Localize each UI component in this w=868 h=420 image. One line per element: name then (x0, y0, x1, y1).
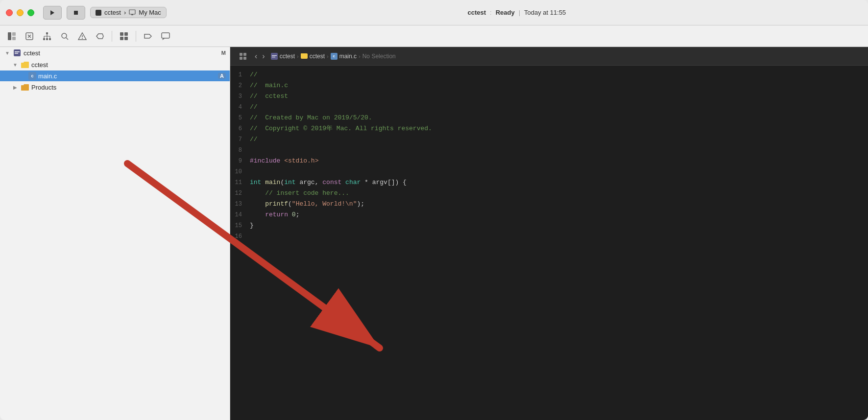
minimize-button[interactable] (17, 9, 24, 16)
line-number: 6 (230, 123, 250, 134)
code-line-14: 14 return 0; (230, 210, 868, 220)
close-button[interactable] (6, 9, 13, 16)
svg-rect-33 (15, 51, 20, 52)
label-icon[interactable] (140, 29, 156, 43)
line-number: 5 (230, 113, 250, 123)
sidebar-item-cctest-root[interactable]: ▼ cctest M (0, 47, 230, 59)
code-line-3: 3// cctest (230, 91, 868, 102)
maximize-button[interactable] (27, 9, 34, 16)
products-folder-icon (21, 83, 29, 92)
line-content: } (250, 220, 868, 231)
app-window: cctest › My Mac cctest : Ready | Today a… (0, 0, 868, 420)
disclosure-cctest-root: ▼ (4, 49, 11, 56)
breadcrumb-folder[interactable]: cctest (301, 53, 325, 60)
line-number: 15 (230, 220, 250, 231)
svg-rect-1 (74, 11, 78, 15)
svg-marker-24 (96, 34, 103, 39)
svg-rect-35 (240, 53, 242, 56)
breadcrumb-project-label: cctest (280, 53, 295, 60)
error-filter-icon[interactable] (22, 29, 37, 43)
code-line-7: 7// (230, 134, 868, 145)
code-line-15: 15} (230, 220, 868, 231)
line-number: 1 (230, 70, 250, 80)
code-line-1: 1// (230, 70, 868, 80)
run-button[interactable] (43, 6, 62, 20)
svg-rect-6 (12, 37, 16, 40)
scheme-selector[interactable]: cctest › My Mac (90, 7, 167, 18)
line-number: 9 (230, 156, 250, 166)
svg-rect-27 (120, 37, 123, 40)
right-panel: ‹ › cctest › cctest › c m (230, 47, 868, 420)
sidebar-badge-main-c: A (218, 73, 226, 79)
svg-rect-39 (272, 55, 277, 56)
breakpoint-icon[interactable] (92, 29, 108, 43)
code-line-13: 13 printf("Hello, World!\n"); (230, 199, 868, 210)
breadcrumb-file[interactable]: c main.c (331, 53, 357, 60)
timestamp: Today at 11:55 (524, 9, 566, 16)
svg-rect-11 (43, 38, 45, 40)
breadcrumb-folder-icon (301, 53, 308, 59)
scheme-icon (96, 10, 101, 16)
sidebar-label-cctest-root: cctest (24, 49, 219, 57)
c-file-icon: c (28, 72, 36, 80)
svg-rect-5 (12, 32, 16, 36)
stop-button[interactable] (67, 6, 85, 20)
code-line-9: 9#include <stdio.h> (230, 156, 868, 166)
breadcrumb-bar: ‹ › cctest › cctest › c m (230, 47, 868, 66)
svg-rect-40 (272, 57, 275, 57)
svg-rect-28 (124, 37, 128, 40)
svg-rect-12 (46, 38, 48, 40)
svg-rect-4 (8, 32, 11, 40)
hierarchy-icon[interactable] (39, 29, 55, 43)
app-status: Ready (496, 9, 515, 16)
code-line-6: 6// Copyright © 2019年 Mac. All rights re… (230, 123, 868, 134)
breadcrumb-nav: ‹ › (253, 51, 267, 62)
breadcrumb-project[interactable]: cctest (271, 53, 295, 60)
svg-marker-0 (50, 10, 54, 15)
line-content: // main.c (250, 80, 868, 91)
code-line-12: 12 // insert code here... (230, 188, 868, 199)
toolbar-divider-2 (136, 31, 136, 42)
warning-icon[interactable] (74, 29, 90, 43)
forward-button[interactable]: › (260, 51, 266, 62)
svg-rect-2 (129, 10, 135, 14)
editor[interactable]: 1//2// main.c3// cctest4//5// Created by… (230, 66, 868, 420)
line-content: #include <stdio.h> (250, 156, 868, 166)
sidebar-item-main-c[interactable]: ▶ c main.c A (0, 70, 230, 81)
monitor-icon (129, 9, 136, 16)
svg-point-23 (82, 38, 83, 39)
disclosure-products: ▶ (12, 84, 19, 91)
toolbar-divider-1 (112, 31, 112, 42)
line-number: 8 (230, 145, 250, 156)
line-content (250, 231, 868, 242)
sidebar-item-products[interactable]: ▶ Products (0, 81, 230, 93)
breadcrumb-project-icon (271, 53, 278, 60)
grid-view-icon[interactable] (116, 29, 132, 43)
breadcrumb-file-label: main.c (339, 53, 357, 60)
line-content: // (250, 134, 868, 145)
line-content: int main(int argc, const char * argv[]) … (250, 177, 868, 188)
svg-line-20 (66, 38, 68, 40)
sidebar-item-cctest-folder[interactable]: ▼ cctest (0, 59, 230, 70)
search-icon[interactable] (57, 29, 72, 43)
grid-view-btn[interactable] (235, 49, 251, 63)
line-number: 14 (230, 210, 250, 220)
back-button[interactable]: ‹ (253, 51, 259, 62)
svg-rect-37 (240, 57, 242, 60)
line-number: 2 (230, 80, 250, 91)
line-content: // (250, 70, 868, 80)
code-line-16: 16 (230, 231, 868, 242)
svg-marker-29 (145, 34, 151, 38)
sidebar: ▼ cctest M ▼ cctest ▶ c main.c A (0, 47, 230, 420)
chevron-right-icon: › (124, 9, 126, 16)
main-content: ▼ cctest M ▼ cctest ▶ c main.c A (0, 47, 868, 420)
line-content: // insert code here... (250, 188, 868, 199)
line-number: 10 (230, 166, 250, 177)
line-content: printf("Hello, World!\n"); (250, 199, 868, 210)
line-content: // Copyright © 2019年 Mac. All rights res… (250, 123, 868, 134)
comment-icon[interactable] (158, 29, 173, 43)
disclosure-main-c: ▶ (20, 72, 26, 79)
svg-rect-34 (15, 53, 18, 54)
navigator-icon[interactable] (4, 29, 20, 43)
line-number: 16 (230, 231, 250, 242)
